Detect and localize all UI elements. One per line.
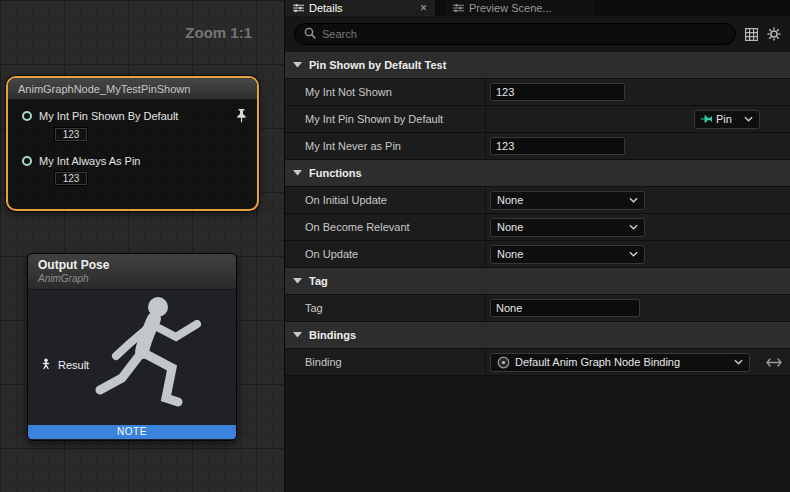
property-row: Binding Default Anim Graph Node Binding <box>285 349 790 376</box>
category-title: Tag <box>309 275 328 287</box>
animgraph-canvas[interactable]: Zoom 1:1 AnimGraphNode_MyTestPinShown My… <box>0 0 285 492</box>
binding-icon <box>497 356 510 369</box>
node-title-bar[interactable]: AnimGraphNode_MyTestPinShown <box>8 78 257 100</box>
tab-preview-scene[interactable]: Preview Scene... <box>445 0 595 16</box>
pose-pin-icon <box>40 356 52 374</box>
chevron-down-icon <box>293 278 302 284</box>
category-title: Pin Shown by Default Test <box>309 59 446 71</box>
category-pin-shown-by-default-test[interactable]: Pin Shown by Default Test <box>285 52 790 79</box>
output-pose-node[interactable]: Output Pose AnimGraph <box>27 253 237 441</box>
node-body: Result NOTE <box>28 290 236 439</box>
gear-icon[interactable] <box>767 27 781 41</box>
chevron-down-icon <box>293 62 302 68</box>
chevron-down-icon <box>734 359 743 365</box>
property-row: My Int Not Shown <box>285 79 790 106</box>
my-int-not-shown-input[interactable] <box>490 83 625 101</box>
pin-icon <box>700 114 712 124</box>
property-row: My Int Never as Pin <box>285 133 790 160</box>
dropdown-value: Pin <box>716 113 739 125</box>
chevron-down-icon <box>629 197 638 203</box>
result-pin[interactable]: Result <box>40 356 89 374</box>
pin-value-input[interactable] <box>54 127 88 142</box>
tab-label: Preview Scene... <box>469 2 552 14</box>
details-tab-icon <box>293 3 304 13</box>
category-title: Bindings <box>309 329 356 341</box>
pin-row: My Int Always As Pin <box>8 155 257 167</box>
tag-input[interactable] <box>490 299 640 317</box>
on-update-dropdown[interactable]: None <box>490 245 645 264</box>
note-bar[interactable]: NOTE <box>28 425 236 439</box>
chevron-down-icon <box>293 170 302 176</box>
node-title: AnimGraphNode_MyTestPinShown <box>18 83 190 95</box>
close-icon[interactable]: × <box>420 2 427 14</box>
property-label: Tag <box>285 302 485 314</box>
chevron-down-icon <box>629 251 638 257</box>
dropdown-value: None <box>497 194 624 206</box>
dropdown-value: Default Anim Graph Node Binding <box>515 356 729 368</box>
anim-graph-node-selected[interactable]: AnimGraphNode_MyTestPinShown My Int Pin … <box>6 76 259 211</box>
zoom-indicator: Zoom 1:1 <box>185 24 252 41</box>
node-title: Output Pose <box>38 258 226 272</box>
property-label: On Initial Update <box>285 194 485 206</box>
int-pin-icon[interactable] <box>22 111 32 121</box>
search-box[interactable] <box>294 23 736 45</box>
property-row: On Become Relevant None <box>285 214 790 241</box>
category-functions[interactable]: Functions <box>285 160 790 187</box>
chevron-down-icon <box>629 224 638 230</box>
pushpin-icon[interactable] <box>236 109 247 123</box>
property-row: On Update None <box>285 241 790 268</box>
my-int-never-as-pin-input[interactable] <box>490 137 625 155</box>
node-body: My Int Pin Shown By Default My Int Alway… <box>8 100 257 186</box>
on-initial-update-dropdown[interactable]: None <box>490 191 645 210</box>
property-label: My Int Pin Shown by Default <box>285 113 485 125</box>
search-icon <box>304 25 316 43</box>
preview-scene-tab-icon <box>453 3 464 13</box>
chevron-down-icon <box>293 332 302 338</box>
tab-bar: Details × Preview Scene... <box>285 0 790 16</box>
on-become-relevant-dropdown[interactable]: None <box>490 218 645 237</box>
pin-row: My Int Pin Shown By Default <box>8 109 257 123</box>
property-row: Tag <box>285 295 790 322</box>
search-input[interactable] <box>322 28 726 40</box>
result-pin-label: Result <box>58 359 89 371</box>
mannequin-thumbnail <box>80 292 230 427</box>
category-title: Functions <box>309 167 362 179</box>
dropdown-value: None <box>497 221 624 233</box>
property-row: My Int Pin Shown by Default Pin <box>285 106 790 133</box>
node-subtitle: AnimGraph <box>38 273 226 284</box>
pin-label: My Int Pin Shown By Default <box>39 110 178 122</box>
node-title-bar[interactable]: Output Pose AnimGraph <box>28 254 236 290</box>
property-label: My Int Never as Pin <box>285 140 485 152</box>
pin-label: My Int Always As Pin <box>39 155 140 167</box>
details-panel: Details × Preview Scene... <box>285 0 790 492</box>
category-tag[interactable]: Tag <box>285 268 790 295</box>
unreal-editor-window: Zoom 1:1 AnimGraphNode_MyTestPinShown My… <box>0 0 790 492</box>
category-bindings[interactable]: Bindings <box>285 322 790 349</box>
pin-value-input[interactable] <box>54 171 88 186</box>
property-label: Binding <box>285 356 485 368</box>
chevron-down-icon <box>744 116 753 122</box>
tab-label: Details <box>309 2 343 14</box>
bind-arrows-icon[interactable] <box>766 357 782 368</box>
property-row: On Initial Update None <box>285 187 790 214</box>
display-filter-icon[interactable] <box>745 28 758 41</box>
search-row <box>285 16 790 52</box>
property-label: My Int Not Shown <box>285 86 485 98</box>
tab-details[interactable]: Details × <box>285 0 435 16</box>
dropdown-value: None <box>497 248 624 260</box>
pin-visibility-dropdown[interactable]: Pin <box>694 110 760 129</box>
property-label: On Become Relevant <box>285 221 485 233</box>
int-pin-icon[interactable] <box>22 156 32 166</box>
binding-dropdown[interactable]: Default Anim Graph Node Binding <box>490 353 750 372</box>
property-label: On Update <box>285 248 485 260</box>
